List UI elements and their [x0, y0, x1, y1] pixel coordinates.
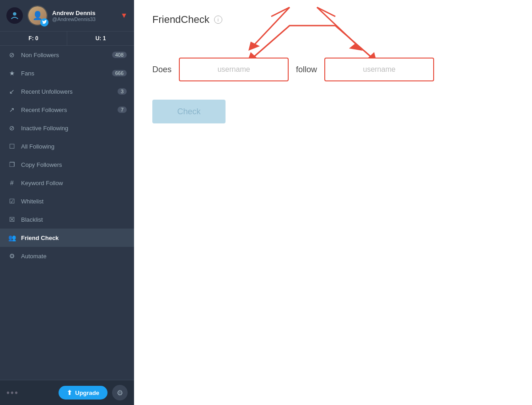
svg-marker-4 [349, 43, 363, 51]
svg-line-3 [317, 7, 358, 46]
nav-label: Recent Followers [21, 107, 67, 113]
nav-label: Copy Followers [21, 161, 62, 168]
automate-icon: ⚙ [7, 251, 16, 261]
nav-count: 7 [118, 107, 127, 113]
nav-label: Blacklist [21, 216, 43, 223]
follow-label: follow [296, 65, 317, 75]
sidebar-item-blacklist[interactable]: ☒ Blacklist [0, 210, 134, 229]
copy-followers-icon: ❐ [7, 160, 16, 169]
sidebar-item-fans[interactable]: ★ Fans 666 [0, 64, 134, 82]
user-info: Andrew Dennis @AndrewDennis33 [52, 10, 120, 22]
recent-unfollowers-icon: ↙ [7, 87, 16, 96]
nav-label: All Following [21, 143, 54, 150]
twitter-badge [40, 18, 48, 27]
sidebar-nav: ⊘ Non Followers 408 ★ Fans 666 ↙ Recent … [0, 46, 134, 380]
sidebar-item-automate[interactable]: ⚙ Automate [0, 247, 134, 265]
app-logo [6, 7, 23, 24]
svg-point-0 [13, 12, 16, 16]
sidebar-item-non-followers[interactable]: ⊘ Non Followers 408 [0, 46, 134, 64]
nav-label: Fans [21, 70, 34, 77]
settings-button[interactable]: ⚙ [112, 385, 128, 400]
nav-count: 408 [112, 52, 127, 58]
svg-line-1 [253, 7, 290, 46]
info-icon[interactable]: i [214, 16, 222, 24]
check-button-row: Check [152, 100, 514, 123]
nav-label: Keyword Follow [21, 180, 63, 187]
sidebar-item-keyword-follow[interactable]: # Keyword Follow [0, 174, 134, 192]
main-content: FriendCheck i Does fol [134, 0, 532, 405]
sidebar-item-recent-followers[interactable]: ↗ Recent Followers 7 [0, 101, 134, 119]
nav-count: 666 [112, 70, 127, 76]
friendcheck-form: Does follow [152, 58, 514, 81]
sidebar-item-all-following[interactable]: ☐ All Following [0, 137, 134, 155]
unfollowers-stat: U: 1 [67, 32, 134, 45]
sidebar-item-whitelist[interactable]: ☑ Whitelist [0, 192, 134, 210]
sidebar-item-copy-followers[interactable]: ❐ Copy Followers [0, 155, 134, 174]
username-input-2[interactable] [324, 58, 434, 81]
red-arrows-svg [175, 21, 450, 62]
svg-marker-2 [248, 42, 260, 51]
nav-label: Inactive Following [21, 125, 68, 132]
nav-label: Whitelist [21, 198, 43, 205]
page-header: FriendCheck i [152, 14, 514, 26]
settings-icon: ⚙ [117, 389, 123, 397]
whitelist-icon: ☑ [7, 197, 16, 206]
sidebar: 👤 Andrew Dennis @AndrewDennis33 ▼ F: 0 U… [0, 0, 134, 405]
non-followers-icon: ⊘ [7, 50, 16, 59]
stats-row: F: 0 U: 1 [0, 32, 134, 46]
sidebar-header: 👤 Andrew Dennis @AndrewDennis33 ▼ [0, 0, 134, 32]
more-options[interactable]: ••• [6, 388, 19, 398]
nav-count: 3 [118, 88, 127, 95]
sidebar-item-inactive-following[interactable]: ⊘ Inactive Following [0, 119, 134, 137]
user-handle: @AndrewDennis33 [52, 16, 120, 22]
avatar: 👤 [27, 5, 48, 26]
all-following-icon: ☐ [7, 142, 16, 151]
does-label: Does [152, 65, 172, 75]
nav-label: Friend Check [21, 234, 59, 241]
inactive-following-icon: ⊘ [7, 123, 16, 133]
followers-stat: F: 0 [0, 32, 67, 45]
sidebar-footer: ••• ⬆ Upgrade ⚙ [0, 380, 134, 405]
sidebar-item-recent-unfollowers[interactable]: ↙ Recent Unfollowers 3 [0, 82, 134, 101]
recent-followers-icon: ↗ [7, 105, 16, 114]
nav-label: Automate [21, 253, 47, 260]
nav-label: Recent Unfollowers [21, 88, 73, 95]
upgrade-button[interactable]: ⬆ Upgrade [59, 386, 107, 400]
user-name: Andrew Dennis [52, 10, 120, 16]
username-input-1[interactable] [179, 58, 289, 81]
check-button[interactable]: Check [152, 100, 226, 123]
fans-icon: ★ [7, 69, 16, 78]
upgrade-icon: ⬆ [67, 389, 72, 396]
account-chevron[interactable]: ▼ [120, 11, 128, 20]
arrows-annotation [180, 3, 436, 58]
keyword-follow-icon: # [7, 178, 16, 187]
blacklist-icon: ☒ [7, 215, 16, 224]
nav-label: Non Followers [21, 52, 59, 59]
sidebar-item-friend-check[interactable]: 👥 Friend Check [0, 229, 134, 247]
page-title: FriendCheck [152, 14, 210, 26]
friend-check-icon: 👥 [7, 233, 16, 242]
